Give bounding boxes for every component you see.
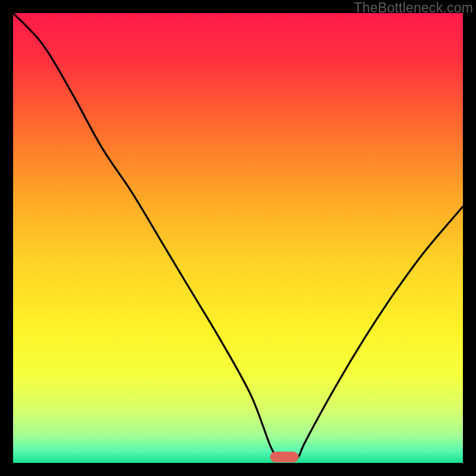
watermark-text: TheBottleneck.com [354,0,473,16]
plot-area [13,13,463,463]
bottleneck-curve [13,13,463,463]
min-marker [270,452,299,462]
chart-frame: TheBottleneck.com [0,0,476,476]
